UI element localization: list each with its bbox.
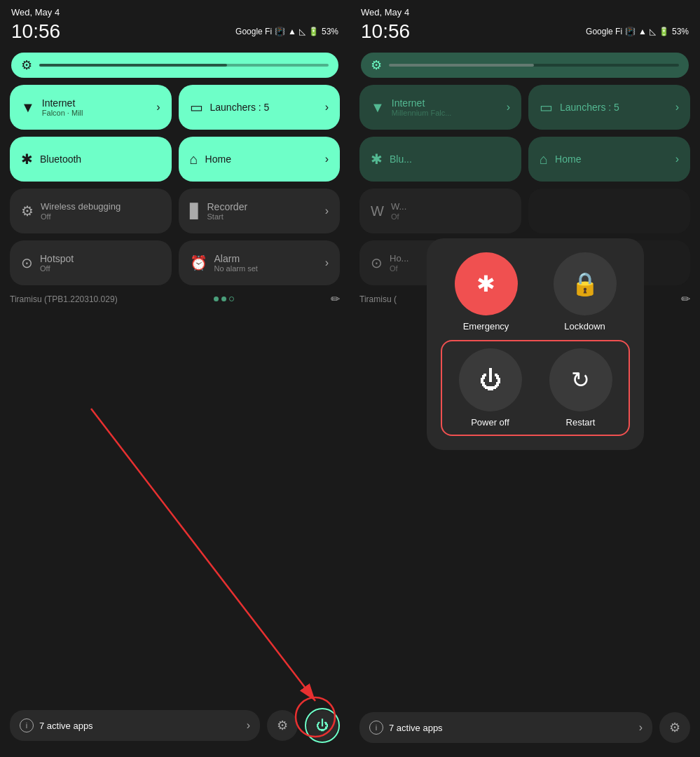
tile-bluetooth-title-right: Blu... (390, 154, 510, 165)
tile-home-left[interactable]: ⌂ Home › (179, 137, 341, 182)
tile-internet-arrow[interactable]: › (156, 101, 160, 114)
brightness-bar-right[interactable]: ⚙ (361, 53, 689, 78)
tile-launchers-arrow[interactable]: › (325, 101, 329, 114)
tile-internet-left[interactable]: ▼ Internet Falcon · Mill › (10, 85, 172, 130)
carrier-left: Google Fi (235, 27, 272, 36)
active-apps-arrow-left[interactable]: › (247, 719, 250, 732)
alarm-tile-icon: ⏰ (190, 254, 207, 271)
quick-settings-grid-left: ▼ Internet Falcon · Mill › ▭ Launchers :… (0, 85, 350, 292)
tile-bluetooth-left[interactable]: ✱ Bluetooth (10, 137, 172, 182)
emergency-circle[interactable]: ✱ (455, 252, 518, 315)
bug-tile-icon-right: W (371, 203, 384, 219)
bluetooth-tile-icon: ✱ (21, 151, 33, 168)
status-bar-left: Wed, May 4 10:56 Google Fi 📳 ▲ ◺ 🔋 53% (0, 0, 350, 46)
vibrate-icon: 📳 (275, 27, 285, 36)
dot-1 (214, 296, 219, 301)
tile-hotspot-subtitle: Off (40, 264, 160, 273)
edit-icon-right[interactable]: ✏ (681, 292, 690, 306)
brightness-fill-right (389, 64, 534, 67)
tile-recorder-text: Recorder Start (207, 201, 318, 221)
tile-wdebug-subtitle: Off (41, 212, 160, 221)
tile-wdebug-text-right: W... Of (391, 201, 510, 221)
settings-btn-right[interactable]: ⚙ (659, 712, 690, 743)
settings-icon-right: ⚙ (669, 720, 680, 735)
restart-circle[interactable]: ↻ (549, 348, 612, 411)
poweroff-circle[interactable]: ⏻ (459, 348, 522, 411)
tile-home-arrow-right[interactable]: › (675, 153, 679, 165)
tile-launchers-text: Launchers : 5 (210, 102, 318, 114)
tile-home-arrow[interactable]: › (325, 153, 329, 165)
power-restart-section: ⏻ Power off ↻ Restart (441, 340, 630, 436)
power-btn-left[interactable]: ⏻ (307, 710, 338, 741)
hotspot-tile-icon-right: ⊙ (371, 254, 383, 271)
dot-3 (229, 296, 234, 301)
tile-launchers-text-right: Launchers : 5 (560, 102, 668, 114)
emergency-label: Emergency (463, 321, 509, 332)
signal-icon: ◺ (299, 27, 306, 36)
power-menu-lockdown[interactable]: 🔒 Lockdown (540, 252, 630, 332)
tile-home-right[interactable]: ⌂ Home › (528, 137, 690, 182)
status-icons-left: Google Fi 📳 ▲ ◺ 🔋 53% (235, 27, 338, 36)
tile-bluetooth-title: Bluetooth (40, 154, 160, 165)
tile-wireless-debug-left[interactable]: ⚙ Wireless debugging Off (10, 189, 172, 233)
brightness-bar-left[interactable]: ⚙ (11, 53, 338, 78)
brightness-row-right: ⚙ (350, 46, 700, 85)
wifi-tile-icon: ▼ (21, 100, 35, 116)
battery-left: 53% (322, 27, 338, 36)
restart-icon: ↻ (571, 367, 590, 393)
version-row-left: Tiramisu (TPB1.220310.029) ✏ (0, 292, 350, 311)
status-icons-right: Google Fi 📳 ▲ ◺ 🔋 53% (586, 27, 689, 36)
wifi-icon: ▲ (288, 27, 296, 36)
tile-recorder-subtitle: Start (207, 212, 318, 221)
poweroff-label: Power off (471, 417, 509, 428)
settings-btn-left[interactable]: ⚙ (267, 710, 298, 741)
bluetooth-tile-icon-right: ✱ (371, 151, 383, 168)
tile-wdebug-right[interactable]: W W... Of (359, 189, 521, 233)
tile-launchers-right[interactable]: ▭ Launchers : 5 › (528, 85, 690, 130)
tile-empty-right (528, 189, 690, 233)
tile-recorder-arrow[interactable]: › (325, 205, 329, 217)
brightness-icon: ⚙ (21, 57, 32, 73)
lockdown-circle[interactable]: 🔒 (554, 252, 617, 315)
edit-icon[interactable]: ✏ (331, 292, 340, 306)
active-apps-text-right: 7 active apps (389, 723, 633, 733)
info-icon-left: i (20, 718, 34, 732)
active-apps-btn-left[interactable]: i 7 active apps › (10, 710, 260, 741)
power-menu-grid: ✱ Emergency 🔒 Lockdown ⏻ Power off (441, 252, 630, 436)
dot-indicator-left (214, 296, 234, 301)
monitor-tile-icon-right: ▭ (540, 99, 553, 116)
active-apps-arrow-right[interactable]: › (639, 721, 643, 734)
brightness-row-left: ⚙ (0, 46, 350, 85)
power-menu-emergency[interactable]: ✱ Emergency (441, 252, 531, 332)
tile-alarm-arrow[interactable]: › (325, 257, 329, 269)
tile-launchers-arrow-right[interactable]: › (675, 101, 679, 114)
power-menu-poweroff[interactable]: ⏻ Power off (449, 348, 531, 428)
brightness-slider-right[interactable] (389, 64, 679, 67)
status-bar-right: Wed, May 4 10:56 Google Fi 📳 ▲ ◺ 🔋 53% (350, 0, 700, 46)
tile-home-title: Home (205, 154, 318, 165)
wifi-icon-right: ▲ (638, 27, 647, 36)
tile-launchers-left[interactable]: ▭ Launchers : 5 › (179, 85, 341, 130)
tile-alarm-left[interactable]: ⏰ Alarm No alarm set › (179, 240, 341, 285)
tile-internet-title-right: Internet (392, 97, 500, 109)
signal-icon-right: ◺ (650, 27, 656, 36)
battery-icon-right: 🔋 (659, 27, 669, 36)
tile-recorder-left[interactable]: ▊ Recorder Start › (179, 189, 341, 233)
tile-internet-text-right: Internet Millennium Falc... (392, 97, 500, 118)
tile-internet-right[interactable]: ▼ Internet Millennium Falc... › (359, 85, 521, 130)
active-apps-text-left: 7 active apps (39, 721, 241, 731)
bottom-bar-left: i 7 active apps › ⚙ ⏻ (0, 701, 350, 757)
settings-icon-left: ⚙ (277, 718, 288, 733)
monitor-tile-icon: ▭ (190, 99, 203, 116)
power-menu-restart[interactable]: ↻ Restart (540, 348, 622, 428)
tile-internet-arrow-right[interactable]: › (507, 101, 510, 114)
active-apps-label-right: active apps (397, 723, 443, 733)
active-apps-btn-right[interactable]: i 7 active apps › (359, 712, 652, 743)
tile-hotspot-left[interactable]: ⊙ Hotspot Off (10, 240, 172, 285)
restart-label: Restart (566, 417, 596, 428)
tile-internet-text: Internet Falcon · Mill (42, 97, 149, 118)
tile-hotspot-text: Hotspot Off (40, 253, 160, 273)
tile-bluetooth-right[interactable]: ✱ Blu... (359, 137, 521, 182)
brightness-slider-left[interactable] (39, 64, 329, 67)
power-btn-container-left: ⏻ (305, 708, 340, 743)
